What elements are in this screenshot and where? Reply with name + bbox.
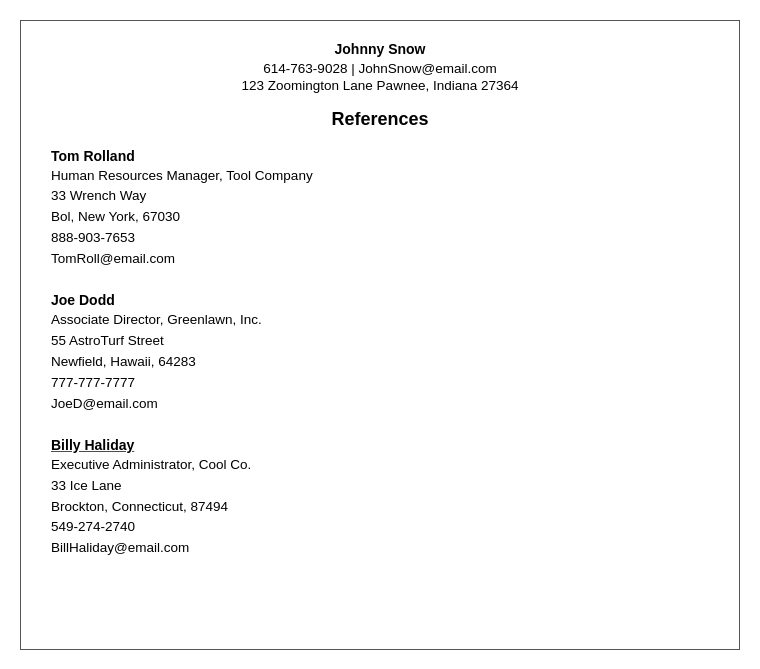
ref-phone: 777-777-7777 bbox=[51, 373, 709, 394]
ref-title: Executive Administrator, Cool Co. bbox=[51, 455, 709, 476]
ref-email: JoeD@email.com bbox=[51, 394, 709, 415]
ref-address2: Bol, New York, 67030 bbox=[51, 207, 709, 228]
ref-address1: 33 Ice Lane bbox=[51, 476, 709, 497]
ref-email: BillHaliday@email.com bbox=[51, 538, 709, 559]
ref-phone: 888-903-7653 bbox=[51, 228, 709, 249]
ref-name: Billy Haliday bbox=[51, 437, 709, 453]
resume-container: Johnny Snow 614-763-9028 | JohnSnow@emai… bbox=[20, 20, 740, 650]
ref-name: Joe Dodd bbox=[51, 292, 709, 308]
ref-email: TomRoll@email.com bbox=[51, 249, 709, 270]
header-contact-line1: 614-763-9028 | JohnSnow@email.com bbox=[51, 61, 709, 76]
ref-address1: 55 AstroTurf Street bbox=[51, 331, 709, 352]
ref-address2: Brockton, Connecticut, 87494 bbox=[51, 497, 709, 518]
ref-phone: 549-274-2740 bbox=[51, 517, 709, 538]
reference-block: Joe DoddAssociate Director, Greenlawn, I… bbox=[51, 292, 709, 415]
ref-title: Associate Director, Greenlawn, Inc. bbox=[51, 310, 709, 331]
ref-address1: 33 Wrench Way bbox=[51, 186, 709, 207]
section-title: References bbox=[51, 109, 709, 130]
ref-name: Tom Rolland bbox=[51, 148, 709, 164]
ref-title: Human Resources Manager, Tool Company bbox=[51, 166, 709, 187]
references-list: Tom RollandHuman Resources Manager, Tool… bbox=[51, 148, 709, 560]
header-contact-line2: 123 Zoomington Lane Pawnee, Indiana 2736… bbox=[51, 78, 709, 93]
header-name: Johnny Snow bbox=[51, 41, 709, 57]
header-section: Johnny Snow 614-763-9028 | JohnSnow@emai… bbox=[51, 41, 709, 93]
reference-block: Tom RollandHuman Resources Manager, Tool… bbox=[51, 148, 709, 271]
reference-block: Billy HalidayExecutive Administrator, Co… bbox=[51, 437, 709, 560]
ref-address2: Newfield, Hawaii, 64283 bbox=[51, 352, 709, 373]
